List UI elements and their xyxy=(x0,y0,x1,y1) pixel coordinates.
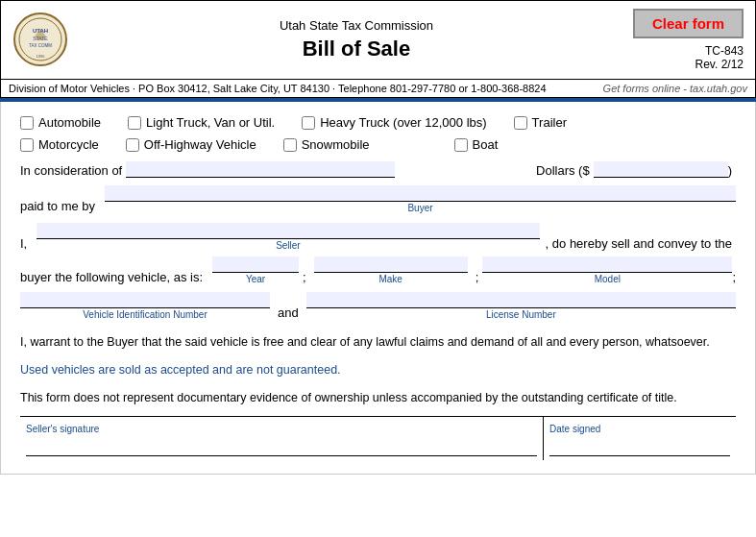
sellers-signature-area: Seller's signature xyxy=(20,417,544,460)
checkbox-row-1: Automobile Light Truck, Van or Util. Hea… xyxy=(20,115,736,130)
seller-input[interactable] xyxy=(37,223,539,239)
checkbox-item-motorcycle: Motorcycle xyxy=(20,137,99,152)
date-signed-area: Date signed xyxy=(544,417,736,460)
checkbox-row-2: Motorcycle Off-Highway Vehicle Snowmobil… xyxy=(20,137,736,152)
logo: UTAH STATE TAX COMM 1896 xyxy=(12,12,70,69)
trailer-checkbox[interactable] xyxy=(514,116,527,130)
buyer-vehicle-label: buyer the following vehicle, as is: xyxy=(20,270,203,284)
paid-label: paid to me by xyxy=(20,199,95,213)
checkbox-item-automobile: Automobile xyxy=(20,115,101,130)
boat-label: Boat xyxy=(473,137,499,152)
checkbox-item-heavytruck: Heavy Truck (over 12,000 lbs) xyxy=(302,115,486,130)
model-label: Model xyxy=(595,274,621,284)
model-field-wrap: Model xyxy=(482,256,732,284)
offhighway-label: Off-Highway Vehicle xyxy=(144,137,256,152)
vin-input[interactable] xyxy=(20,292,270,308)
trailer-label: Trailer xyxy=(532,115,567,130)
checkbox-item-boat: Boat xyxy=(454,137,499,152)
paragraph-3: This form does not represent documentary… xyxy=(20,389,736,407)
dollars-close: ) xyxy=(728,163,732,178)
svg-text:TAX COMM: TAX COMM xyxy=(29,43,52,48)
dollars-field-wrap xyxy=(594,161,728,178)
automobile-label: Automobile xyxy=(38,115,101,130)
consideration-field-wrap xyxy=(126,161,395,178)
heavytruck-checkbox[interactable] xyxy=(302,116,315,130)
sub-header: Division of Motor Vehicles · PO Box 3041… xyxy=(0,80,756,98)
date-signed-label: Date signed xyxy=(549,424,600,434)
document-title: Bill of Sale xyxy=(80,37,633,61)
header-right: Clear form TC-843 Rev. 2/12 xyxy=(633,9,744,71)
and-label: and xyxy=(278,305,299,320)
consideration-line: In consideration of Dollars ($ ) xyxy=(20,161,736,178)
lighttruck-label: Light Truck, Van or Util. xyxy=(146,115,275,130)
snowmobile-label: Snowmobile xyxy=(302,137,370,152)
seller-line: I, Seller , do hereby sell and convey to… xyxy=(20,223,736,251)
svg-rect-7 xyxy=(36,37,45,40)
buyer-field-wrap: Buyer xyxy=(105,185,736,213)
motorcycle-checkbox[interactable] xyxy=(20,138,34,152)
year-field-wrap: Year xyxy=(212,256,299,284)
do-hereby-label: , do hereby sell and convey to the xyxy=(546,236,732,251)
dollars-label: Dollars ($ xyxy=(536,163,590,178)
buyer-input[interactable] xyxy=(105,185,736,202)
date-signed-line xyxy=(549,437,730,456)
clear-form-button[interactable]: Clear form xyxy=(633,9,744,38)
checkbox-item-trailer: Trailer xyxy=(514,115,567,130)
i-label: I, xyxy=(20,236,27,251)
year-label: Year xyxy=(246,274,265,284)
get-forms-link: Get forms online - tax.utah.gov xyxy=(603,83,747,94)
make-field-wrap: Make xyxy=(314,256,468,284)
seller-field-label: Seller xyxy=(276,240,301,251)
snowmobile-checkbox[interactable] xyxy=(283,138,297,152)
seller-field-wrap: Seller xyxy=(37,223,539,251)
make-label: Make xyxy=(378,274,402,284)
header-center: Utah State Tax Commission Bill of Sale xyxy=(80,18,633,61)
dollars-input[interactable] xyxy=(594,161,728,178)
automobile-checkbox[interactable] xyxy=(20,116,34,130)
boat-checkbox[interactable] xyxy=(454,138,468,152)
vin-label: Vehicle Identification Number xyxy=(83,309,207,320)
paragraph-1: I, warrant to the Buyer that the said ve… xyxy=(20,333,736,352)
svg-text:1896: 1896 xyxy=(37,54,46,59)
vin-line: Vehicle Identification Number and Licens… xyxy=(20,292,736,320)
motorcycle-label: Motorcycle xyxy=(38,137,99,152)
paragraph-2: Used vehicles are sold as accepted and a… xyxy=(20,361,736,379)
sellers-signature-label: Seller's signature xyxy=(26,424,99,434)
signature-section: Seller's signature Date signed xyxy=(20,416,736,460)
year-input[interactable] xyxy=(212,256,299,273)
vehicle-line: buyer the following vehicle, as is: Year… xyxy=(20,256,736,284)
heavytruck-label: Heavy Truck (over 12,000 lbs) xyxy=(320,115,486,130)
checkbox-item-snowmobile: Snowmobile xyxy=(283,137,370,152)
license-label: License Number xyxy=(486,309,556,320)
form-number: TC-843 Rev. 2/12 xyxy=(695,44,744,71)
offhighway-checkbox[interactable] xyxy=(126,138,139,152)
sellers-signature-line xyxy=(26,437,537,456)
paid-line: paid to me by Buyer xyxy=(20,185,736,213)
checkbox-item-offhighway: Off-Highway Vehicle xyxy=(126,137,256,152)
license-input[interactable] xyxy=(306,292,736,308)
consideration-input[interactable] xyxy=(126,161,395,178)
header: UTAH STATE TAX COMM 1896 Utah State Tax … xyxy=(0,0,756,80)
vin-field-wrap: Vehicle Identification Number xyxy=(20,292,270,320)
dmv-info: Division of Motor Vehicles · PO Box 3041… xyxy=(9,83,547,94)
agency-name: Utah State Tax Commission xyxy=(80,18,633,33)
lighttruck-checkbox[interactable] xyxy=(128,116,141,130)
model-input[interactable] xyxy=(482,256,732,273)
consideration-label: In consideration of xyxy=(20,163,122,178)
form-body: Automobile Light Truck, Van or Util. Hea… xyxy=(0,102,756,475)
buyer-field-label: Buyer xyxy=(407,203,432,213)
checkbox-item-lighttruck: Light Truck, Van or Util. xyxy=(128,115,275,130)
make-input[interactable] xyxy=(314,256,468,273)
license-field-wrap: License Number xyxy=(306,292,736,320)
